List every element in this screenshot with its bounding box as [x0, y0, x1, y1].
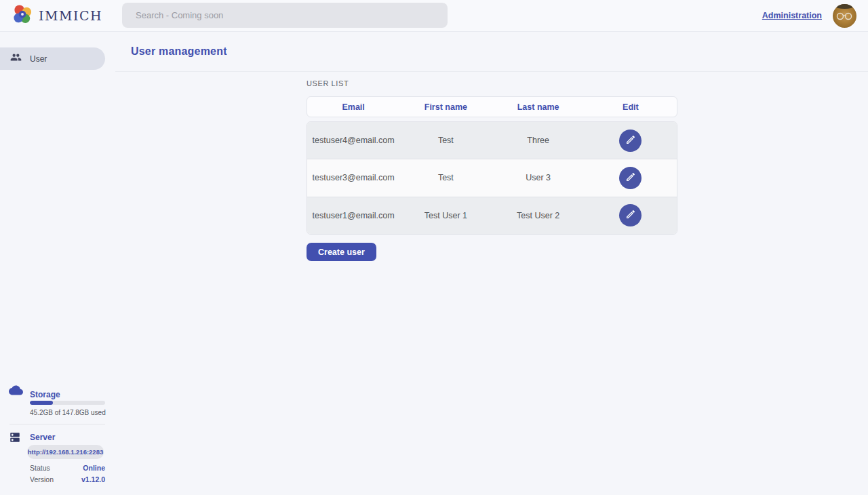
edit-user-button[interactable] [619, 167, 642, 189]
server-version-row: Version v1.12.0 [30, 475, 105, 483]
cell-last-name: Test User 2 [492, 211, 585, 220]
search-input[interactable] [122, 3, 448, 28]
user-table-header: Email First name Last name Edit [307, 96, 677, 117]
status-value: Online [83, 464, 105, 472]
cell-email: testuser1@email.com [307, 211, 399, 220]
topbar-right: Administration [762, 4, 856, 28]
cell-email: testuser4@email.com [307, 136, 399, 145]
server-url: http://192.168.1.216:2283 [28, 448, 103, 456]
cell-last-name: Three [492, 136, 585, 145]
server-url-chip: http://192.168.1.216:2283 [27, 445, 104, 459]
search-bar[interactable] [122, 3, 448, 28]
storage-title: Storage [30, 390, 60, 399]
pencil-icon [625, 134, 636, 147]
content-header: User management [115, 32, 868, 72]
edit-user-button[interactable] [619, 130, 642, 152]
server-status-row: Status Online [30, 464, 105, 472]
immich-logo[interactable]: IMMICH [12, 4, 102, 28]
column-header-edit: Edit [585, 102, 677, 112]
table-row: testuser3@email.com Test User 3 [307, 159, 677, 196]
storage-progress-bar [30, 401, 105, 405]
storage-progress-fill [30, 401, 53, 405]
server-title: Server [30, 433, 55, 442]
version-value: v1.12.0 [81, 475, 105, 483]
create-user-button[interactable]: Create user [307, 243, 376, 261]
user-list-label: USER LIST [307, 79, 349, 87]
cell-email: testuser3@email.com [307, 173, 399, 182]
page-title: User management [131, 45, 227, 58]
sidebar-item-user-label: User [30, 54, 47, 64]
column-header-email: Email [307, 102, 399, 112]
status-label: Status [30, 464, 50, 472]
server-icon [9, 431, 21, 446]
user-avatar[interactable] [833, 4, 856, 28]
pencil-icon [625, 209, 636, 222]
table-row: testuser1@email.com Test User 1 Test Use… [307, 197, 677, 234]
cell-first-name: Test [399, 136, 492, 145]
pencil-icon [625, 172, 636, 184]
column-header-first-name: First name [399, 102, 492, 112]
topbar: IMMICH Administration [0, 0, 868, 32]
column-header-last-name: Last name [492, 102, 585, 112]
user-table: testuser4@email.com Test Three testuser3… [307, 121, 677, 235]
logo-text: IMMICH [39, 8, 102, 23]
users-icon [10, 52, 22, 66]
table-row: testuser4@email.com Test Three [307, 122, 677, 159]
cell-first-name: Test User 1 [399, 211, 492, 220]
administration-link[interactable]: Administration [762, 11, 822, 20]
cloud-icon [9, 385, 23, 398]
immich-flower-icon [12, 4, 33, 28]
version-label: Version [30, 475, 54, 483]
sidebar: User Storage 45.2GB of 147.8GB used Serv… [0, 32, 115, 495]
sidebar-item-user[interactable]: User [0, 47, 105, 70]
sidebar-divider [9, 424, 105, 424]
cell-first-name: Test [399, 173, 492, 182]
cell-last-name: User 3 [492, 173, 585, 182]
storage-usage-text: 45.2GB of 147.8GB used [30, 409, 106, 416]
edit-user-button[interactable] [619, 204, 642, 226]
